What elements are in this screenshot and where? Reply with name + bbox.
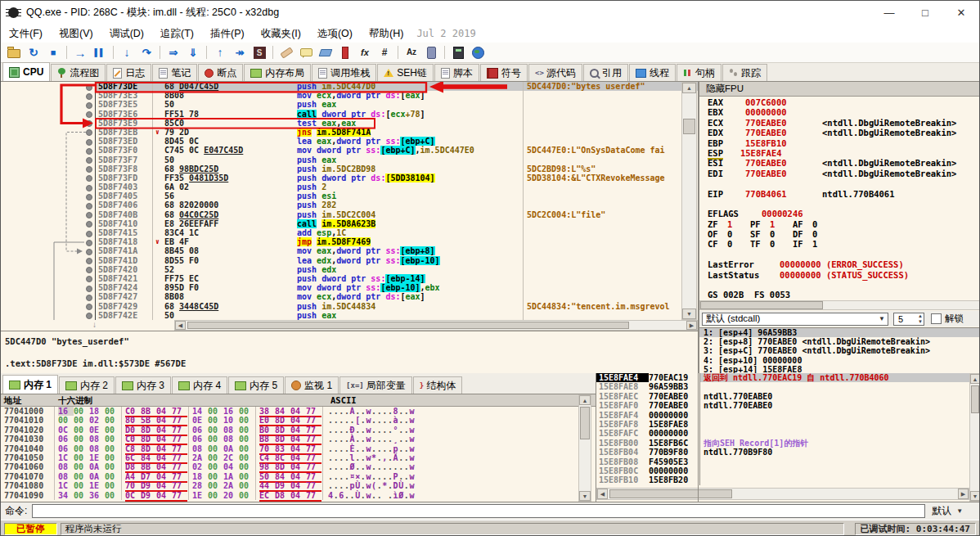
breakpoint-dot[interactable] [86, 175, 92, 182]
flags-row[interactable]: CF0TF0IF1 [699, 239, 980, 249]
disasm-row[interactable]: 5D8F73E550push eax [1, 100, 698, 109]
step-out-button[interactable]: ⇓ [184, 44, 202, 61]
handles-tool-button[interactable] [422, 44, 440, 61]
command-input[interactable] [32, 504, 925, 518]
step-over-button[interactable]: ↷ [137, 44, 155, 61]
scroll-up-icon[interactable]: ▲ [682, 83, 696, 93]
disasm-row[interactable]: 5D8F7410E8 26EEFAFFcall im.5D8A623B [1, 219, 698, 228]
maximize-button[interactable]: □ [907, 1, 943, 24]
open-file-button[interactable] [5, 44, 23, 61]
functions-button[interactable]: fx [356, 44, 374, 61]
dump-row[interactable]: 77041090340036000CD904771E002000ECD80477… [1, 491, 596, 500]
stop-button[interactable]: ■ [44, 44, 62, 61]
panel-divider[interactable] [698, 82, 699, 502]
argument-row[interactable]: 1: [esp+4] 96A59BB3 [699, 328, 980, 337]
register-row[interactable]: EAX007C6000 [699, 97, 980, 107]
dump-row[interactable]: 7704107008000A00A4D7047718001A0050840477… [1, 472, 596, 481]
disasm-row[interactable]: 5D8F7424895D F0mov dword ptr ss:[ebp-10]… [1, 283, 698, 292]
breakpoint-dot[interactable] [86, 139, 92, 146]
disasm-row[interactable]: 5D8F73F0C745 0C E047C45Dmov dword ptr ss… [1, 146, 698, 155]
disassembly-pane[interactable]: 5D8F73DE68 D047C45Dpush im.5DC447D05DC44… [1, 82, 698, 320]
disasm-row[interactable]: 5D8F73EB∨79 2Djns im.5D8F741A [1, 128, 698, 137]
register-row[interactable]: ESP15E8FAE4 [699, 148, 980, 158]
register-row[interactable]: EBX00000000 [699, 107, 980, 117]
breakpoint-dot[interactable] [86, 185, 92, 191]
tab-流程图[interactable]: 流程图 [51, 64, 106, 81]
register-row[interactable]: ECX770EABE0<ntdll.DbgUiRemoteBreakin> [699, 118, 980, 128]
breakpoint-dot[interactable] [86, 157, 92, 164]
command-profile-select[interactable]: 默认 ▼ [932, 504, 963, 518]
dump-tab-内存 3[interactable]: 内存 3 [115, 376, 171, 394]
disasm-row[interactable]: 5D8F73ED8D45 0Clea eax,dword ptr ss:[ebp… [1, 137, 698, 146]
register-row[interactable]: EIP770B4061ntdll.770B4061 [699, 189, 980, 199]
breakpoint-dot[interactable] [86, 166, 92, 173]
tab-日志[interactable]: 日志 [106, 64, 151, 81]
tab-线程[interactable]: 线程 [629, 64, 676, 81]
disasm-row[interactable]: 5D8F73E6FF51 78call dword ptr ds:[ecx+78… [1, 110, 698, 119]
scroll-down-icon[interactable]: ▼ [970, 491, 980, 501]
dump-row[interactable]: 7704101000000200805B04770E001000E08D0477… [1, 416, 596, 425]
disasm-row[interactable]: 5D8F73F868 98BDC25Dpush im.5DC2BD985DC2B… [1, 164, 698, 173]
scroll-down-icon[interactable]: ▼ [579, 491, 591, 501]
dump-tab-内存 4[interactable]: 内存 4 [172, 376, 227, 394]
comments-button[interactable] [297, 44, 315, 61]
scroll-thumb[interactable] [609, 489, 732, 498]
breakpoint-dot[interactable] [86, 249, 92, 255]
tab-句柄[interactable]: 句柄 [677, 64, 722, 81]
disasm-row[interactable]: 5D8F742E50push eax [1, 311, 698, 320]
register-row[interactable]: EDX770EABE0<ntdll.DbgUiRemoteBreakin> [699, 128, 980, 137]
breakpoint-dot[interactable] [86, 304, 92, 310]
disasm-row[interactable]: 5D8F7421FF75 ECpush dword ptr ss:[ebp-14… [1, 274, 698, 283]
dump-row[interactable]: 7704103006000800C08D047706000800B88D0477… [1, 435, 596, 444]
flags-row[interactable]: OF0SF0DF0 [699, 229, 980, 239]
breakpoint-dot[interactable] [86, 102, 92, 109]
unlock-checkbox[interactable] [931, 313, 942, 324]
run-to-cursor-button[interactable]: ⇒ [164, 44, 182, 61]
stack-row[interactable]: 15E8FB08F45905E3 [596, 457, 980, 466]
scroll-right-icon[interactable]: ▶ [958, 489, 969, 499]
tab-脚本[interactable]: 脚本 [434, 64, 479, 81]
disasm-row[interactable]: 5D8F741A8B45 08mov eax,dword ptr ss:[ebp… [1, 246, 698, 255]
stepper-arrows-icon[interactable]: ▲▼ [918, 313, 923, 325]
scroll-right-icon[interactable]: ▶ [686, 321, 697, 330]
hide-fpu-button[interactable]: 隐藏FPU [699, 82, 980, 97]
stack-row[interactable]: 15E8FAF400000000 [596, 411, 980, 420]
stack-row[interactable]: 15E8FAF815E8FAE8 [596, 420, 980, 429]
scroll-thumb[interactable] [683, 119, 695, 134]
scroll-thumb[interactable] [971, 385, 979, 413]
breakpoint-dot[interactable] [86, 258, 92, 264]
stack-pane[interactable]: 15E8FAE4770EAC19返回到 ntdll.770EAC19 自 ntd… [596, 373, 980, 502]
dump-row[interactable]: 7704106008000A00D88B047702000400988D0477… [1, 462, 596, 471]
bookmarks-button[interactable] [336, 44, 354, 61]
breakpoint-dot[interactable] [86, 240, 92, 246]
stack-hscrollbar[interactable]: ◀ ▶ [596, 488, 969, 500]
scylla-button[interactable]: S [250, 44, 268, 61]
stack-row[interactable]: 15E8FB0015E8FB6C指向SEH_Record[1]的指针 [596, 439, 980, 448]
argument-row[interactable]: 3: [esp+C] 770EABE0 <ntdll.DbgUiRemoteBr… [699, 346, 980, 355]
register-row[interactable]: EBP15E8FB10 [699, 138, 980, 148]
breakpoint-dot[interactable] [86, 203, 92, 209]
menu-item[interactable]: 插件(P) [202, 28, 253, 39]
breakpoint-dot[interactable] [86, 231, 92, 237]
breakpoint-dot[interactable] [86, 93, 92, 100]
tab-SEH链[interactable]: SEH链 [377, 64, 434, 81]
dump-tab-局部变量[interactable]: [x=]局部变量 [339, 376, 412, 394]
tab-笔记[interactable]: 笔记 [152, 64, 197, 81]
scroll-up-icon[interactable]: ▲ [579, 395, 591, 405]
breakpoint-dot[interactable] [86, 129, 92, 136]
menu-item[interactable]: 选项(O) [309, 28, 361, 39]
stack-row[interactable]: 15E8FB04770B9F80ntdll.770B9F80 [596, 448, 980, 457]
registers-list[interactable]: EAX007C6000EBX00000000ECX770EABE0<ntdll.… [699, 97, 980, 300]
dump-row[interactable]: 770410501C001E006C8404772A002C00C48C0477… [1, 453, 596, 462]
disasm-row[interactable]: 5D8F73FDFF35 0481D35Dpush dword ptr ds:[… [1, 173, 698, 182]
dump-tab-内存 1[interactable]: 内存 1 [2, 375, 58, 394]
stack-row[interactable]: 15E8FAFC00000000 [596, 429, 980, 438]
run-button[interactable]: → [71, 44, 89, 61]
registers-hscrollbar[interactable] [699, 300, 980, 310]
disasm-row[interactable]: 5D8F7418∨EB 4Fjmp im.5D8F7469 [1, 237, 698, 246]
disassembly-hscrollbar[interactable]: ◀ ▶ [174, 320, 698, 331]
breakpoint-dot[interactable] [86, 84, 92, 91]
breakpoint-dot[interactable] [86, 313, 92, 319]
breakpoint-dot[interactable] [86, 267, 92, 273]
tab-符号[interactable]: 符号 [480, 64, 528, 81]
